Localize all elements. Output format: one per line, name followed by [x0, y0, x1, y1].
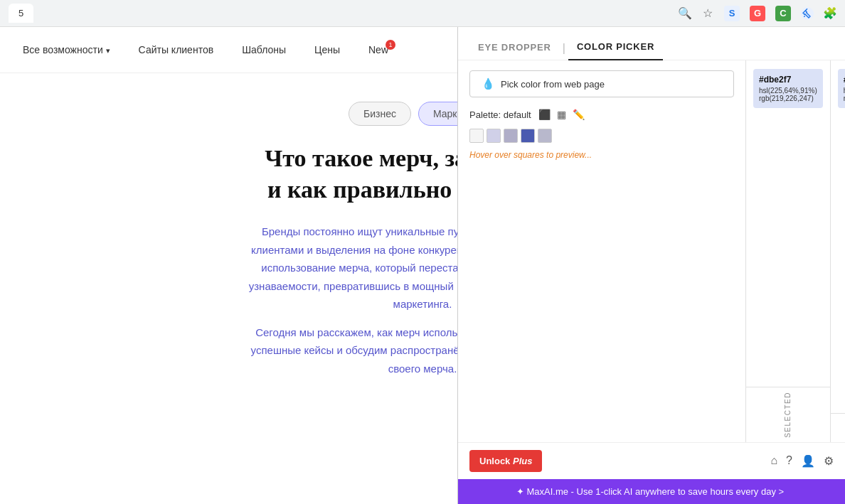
- selected-hex: #dbe2f7: [759, 75, 817, 85]
- palette-action-icons: ⬛ ▦ ✏️: [537, 107, 586, 122]
- extension1-icon[interactable]: S: [724, 6, 740, 21]
- maxai-label: ✦ MaxAI.me - Use 1-click AI anywhere to …: [516, 486, 784, 497]
- question-icon[interactable]: ?: [786, 454, 792, 468]
- selected-rgb: rgb(219,226,247): [759, 95, 817, 102]
- settings-icon[interactable]: ⚙: [824, 454, 834, 468]
- palette-label: Palette: default: [469, 109, 531, 120]
- selected-column: #dbe2f7 hsl(225,64%,91%) rgb(219,226,247…: [746, 60, 831, 442]
- new-color-card: #dbe2f7 hsl(225,64%,91%) rgb(219,226,247…: [838, 69, 845, 108]
- tab-color-picker[interactable]: COLOR PICKER: [568, 37, 663, 60]
- selected-color-card: #dbe2f7 hsl(225,64%,91%) rgb(219,226,247…: [753, 69, 823, 108]
- nav-item-features[interactable]: Все возможности: [23, 44, 110, 55]
- person-icon[interactable]: 👤: [801, 454, 815, 468]
- palette-grid-icon[interactable]: ▦: [556, 107, 568, 122]
- nav-item-new[interactable]: New 1: [368, 44, 388, 55]
- nav-badge: 1: [386, 40, 395, 50]
- selected-label-bar: Selected: [746, 387, 830, 442]
- filter-btn-business[interactable]: Бизнес: [349, 102, 411, 126]
- browser-icon-group: 🔍 ☆ S G C 🧩: [679, 6, 836, 21]
- extension3-icon[interactable]: C: [775, 6, 791, 21]
- swatch-3[interactable]: [521, 129, 535, 143]
- new-label-bar: New: [831, 413, 845, 442]
- eyedropper-icon[interactable]: [801, 7, 814, 20]
- color-swatches: [469, 129, 734, 143]
- svg-line-0: [804, 16, 804, 16]
- new-column: #dbe2f7 hsl(225,64%,91%) rgb(219,226,247…: [831, 60, 845, 442]
- hover-hint: Hover over squares to preview...: [469, 150, 734, 160]
- swatch-4[interactable]: [538, 129, 552, 143]
- tab-divider: |: [560, 42, 568, 55]
- maxai-banner[interactable]: ✦ MaxAI.me - Use 1-click AI anywhere to …: [458, 479, 845, 504]
- panel-left-content: 💧 Pick color from web page Palette: defa…: [458, 60, 745, 442]
- main-container: Все возможности Сайты клиентов Шаблоны Ц…: [0, 27, 845, 504]
- selected-card-area: #dbe2f7 hsl(225,64%,91%) rgb(219,226,247…: [746, 60, 830, 387]
- browser-bar: 5 🔍 ☆ S G C 🧩: [0, 0, 845, 27]
- star-icon[interactable]: ☆: [701, 7, 714, 20]
- puzzle-icon[interactable]: 🧩: [824, 7, 836, 20]
- panel-tabs: EYE DROPPER | COLOR PICKER: [458, 27, 845, 60]
- bottom-icon-group: ⌂ ? 👤 ⚙: [770, 454, 834, 468]
- unlock-button[interactable]: Unlock Plus: [469, 450, 542, 472]
- swatch-1[interactable]: [487, 129, 501, 143]
- nav-item-clients[interactable]: Сайты клиентов: [139, 44, 214, 55]
- extension2-icon[interactable]: G: [750, 6, 765, 21]
- selected-hsl: hsl(225,64%,91%): [759, 87, 817, 95]
- palette-copy-icon[interactable]: ⬛: [537, 107, 552, 122]
- tab-eye-dropper[interactable]: EYE DROPPER: [469, 38, 560, 60]
- search-icon[interactable]: 🔍: [679, 7, 691, 20]
- nav-item-templates[interactable]: Шаблоны: [242, 44, 286, 55]
- selected-label: Selected: [784, 392, 792, 438]
- new-card-area: #dbe2f7 hsl(225,64%,91%) rgb(219,226,247…: [831, 60, 845, 413]
- nav-item-prices[interactable]: Цены: [314, 44, 340, 55]
- swatch-0[interactable]: [469, 129, 484, 143]
- panel-bottom: Unlock Plus ⌂ ? 👤 ⚙: [458, 442, 845, 479]
- palette-edit-icon[interactable]: ✏️: [571, 107, 586, 122]
- browser-tab[interactable]: 5: [9, 4, 33, 23]
- pick-color-button[interactable]: 💧 Pick color from web page: [469, 70, 734, 97]
- palette-row: Palette: default ⬛ ▦ ✏️: [469, 107, 734, 122]
- dropper-icon: 💧: [482, 77, 495, 90]
- home-icon[interactable]: ⌂: [770, 454, 777, 468]
- swatch-2[interactable]: [504, 129, 518, 143]
- color-picker-panel: EYE DROPPER | COLOR PICKER 💧 Pick color …: [457, 27, 845, 504]
- color-column-area: #dbe2f7 hsl(225,64%,91%) rgb(219,226,247…: [745, 60, 845, 442]
